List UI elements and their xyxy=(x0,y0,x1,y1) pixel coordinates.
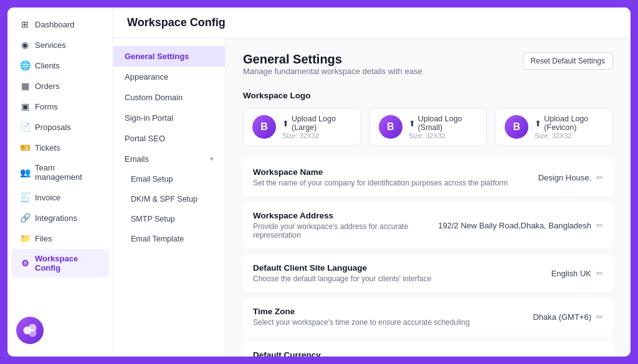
edit-icon-default-currency[interactable]: ✏ xyxy=(596,356,603,357)
row-title-default-language: Default Client Site Language xyxy=(253,263,551,273)
sidebar-label-team-management: Team management xyxy=(35,163,100,182)
row-left-default-language: Default Client Site Language Choose the … xyxy=(253,263,551,283)
logo-avatar-favicon: B xyxy=(505,115,528,139)
upload-logo-small-card[interactable]: B ⬆ Upload Logo (Small) Size: 32X32 xyxy=(369,108,487,146)
row-desc-default-language: Choose the default language for your cli… xyxy=(253,274,551,283)
reset-default-settings-button[interactable]: Reset Default Settings xyxy=(523,52,613,70)
logo-large-label: ⬆ Upload Logo (Large) xyxy=(282,114,351,132)
sec-sidebar-item-email-setup[interactable]: Email Setup xyxy=(113,169,225,189)
sidebar-item-tickets[interactable]: 🎫 Tickets xyxy=(11,138,109,157)
row-value-workspace-address: 192/2 New Baily Road,Dhaka, Bangladesh xyxy=(438,221,591,230)
edit-icon-workspace-address[interactable]: ✏ xyxy=(596,221,603,230)
logo-large-info: ⬆ Upload Logo (Large) Size: 32X32 xyxy=(282,114,351,139)
content-area: General SettingsAppearanceCustom DomainS… xyxy=(113,39,631,357)
sidebar-item-proposals[interactable]: 📄 Proposals xyxy=(11,117,109,137)
settings-title: General Settings xyxy=(243,52,422,67)
sidebar-icon-clients: 🌐 xyxy=(20,60,30,70)
sec-sidebar-item-smtp-setup[interactable]: SMTP Setup xyxy=(113,209,225,229)
sidebar-icon-tickets: 🎫 xyxy=(20,142,30,152)
sidebar-item-integrations[interactable]: 🔗 Integrations xyxy=(11,208,109,228)
sidebar-label-integrations: Integrations xyxy=(35,213,77,223)
primary-sidebar: ⊞ Dashboard ◉ Services 🌐 Clients ▦ Order… xyxy=(7,7,113,357)
settings-row-workspace-address: Workspace Address Provide your workspace… xyxy=(243,202,613,248)
row-desc-workspace-name: Set the name of your company for identif… xyxy=(253,179,538,187)
settings-row-default-language: Default Client Site Language Choose the … xyxy=(243,254,613,292)
svg-point-2 xyxy=(29,329,37,337)
row-title-default-currency: Default Currency xyxy=(253,350,574,357)
row-left-workspace-name: Workspace Name Set the name of your comp… xyxy=(253,167,538,187)
sec-sidebar-item-portal-seo[interactable]: Portal SEO xyxy=(113,128,225,149)
sidebar-item-team-management[interactable]: 👥 Team management xyxy=(11,158,109,187)
sidebar-item-dashboard[interactable]: ⊞ Dashboard xyxy=(11,14,109,34)
row-value-area-time-zone: Dhaka (GMT+6) ✏ xyxy=(533,312,603,322)
sidebar-label-clients: Clients xyxy=(35,61,60,70)
upload-logo-favicon-card[interactable]: B ⬆ Upload Logo (Fevicon) Size: 32X32 xyxy=(495,108,613,146)
sidebar-icon-workspace-config: ⚙ xyxy=(20,258,30,268)
settings-header: General Settings Manage fundamental work… xyxy=(243,52,613,87)
sec-sidebar-item-custom-domain[interactable]: Custom Domain xyxy=(113,87,225,108)
row-value-area-default-language: English UK ✏ xyxy=(551,269,603,278)
logo-favicon-label: ⬆ Upload Logo (Fevicon) xyxy=(535,114,604,132)
sidebar-label-services: Services xyxy=(35,40,66,50)
sidebar-label-tickets: Tickets xyxy=(35,143,60,152)
chevron-icon: ▾ xyxy=(210,155,214,163)
page-header: Workspace Config xyxy=(113,7,631,39)
upload-icon-small: ⬆ xyxy=(409,119,416,128)
secondary-sidebar: General SettingsAppearanceCustom DomainS… xyxy=(113,39,226,357)
sidebar-icon-invoice: 🧾 xyxy=(20,192,30,202)
sidebar-icon-services: ◉ xyxy=(20,40,30,50)
logo-small-info: ⬆ Upload Logo (Small) Size: 32X32 xyxy=(409,114,478,139)
settings-row-default-currency: Default Currency Specify the default cur… xyxy=(243,342,613,357)
logo-small-size: Size: 32X32 xyxy=(409,132,478,139)
settings-subtitle: Manage fundamental workspace details wit… xyxy=(243,67,422,76)
sec-sidebar-item-dkim-spf-setup[interactable]: DKIM & SPF Setup xyxy=(113,189,225,209)
sidebar-label-dashboard: Dashboard xyxy=(35,20,75,29)
sidebar-icon-dashboard: ⊞ xyxy=(20,19,30,29)
page-title: Workspace Config xyxy=(127,16,226,29)
row-value-area-workspace-address: 192/2 New Baily Road,Dhaka, Bangladesh ✏ xyxy=(438,221,603,230)
row-value-default-language: English UK xyxy=(551,269,591,278)
settings-row-workspace-name: Workspace Name Set the name of your comp… xyxy=(243,159,613,196)
edit-icon-time-zone[interactable]: ✏ xyxy=(596,312,603,322)
row-value-area-workspace-name: Design House. ✏ xyxy=(538,173,603,182)
row-desc-workspace-address: Provide your workspace's address for acc… xyxy=(253,222,438,240)
row-title-workspace-name: Workspace Name xyxy=(253,167,538,177)
sidebar-icon-team-management: 👥 xyxy=(20,167,30,177)
sidebar-item-clients[interactable]: 🌐 Clients xyxy=(11,55,109,75)
row-left-time-zone: Time Zone Select your workspace's time z… xyxy=(253,307,533,327)
row-value-area-default-currency: USD ✏ xyxy=(574,356,603,357)
settings-panel: General Settings Manage fundamental work… xyxy=(226,39,631,357)
row-title-time-zone: Time Zone xyxy=(253,307,533,316)
sidebar-item-invoice[interactable]: 🧾 Invoice xyxy=(11,187,109,207)
edit-icon-default-language[interactable]: ✏ xyxy=(596,269,603,278)
sec-sidebar-item-general-settings[interactable]: General Settings xyxy=(113,46,225,67)
sidebar-item-services[interactable]: ◉ Services xyxy=(11,35,109,55)
sidebar-bottom xyxy=(7,310,113,350)
sidebar-label-orders: Orders xyxy=(35,82,60,91)
sidebar-item-orders[interactable]: ▦ Orders xyxy=(11,76,109,96)
sec-sidebar-item-appearance[interactable]: Appearance xyxy=(113,67,225,87)
sidebar-item-files[interactable]: 📁 Files xyxy=(11,228,109,248)
sidebar-label-forms: Forms xyxy=(35,102,58,111)
row-left-default-currency: Default Currency Specify the default cur… xyxy=(253,350,574,357)
logo-small-label: ⬆ Upload Logo (Small) xyxy=(409,114,478,132)
upload-logo-large-card[interactable]: B ⬆ Upload Logo (Large) Size: 32X32 xyxy=(243,108,361,146)
app-container: ⊞ Dashboard ◉ Services 🌐 Clients ▦ Order… xyxy=(7,7,631,357)
upload-icon-favicon: ⬆ xyxy=(535,119,541,128)
brand-logo xyxy=(16,317,44,344)
sidebar-label-proposals: Proposals xyxy=(35,123,71,132)
sidebar-icon-files: 📁 xyxy=(20,233,30,243)
sec-sidebar-item-sign-in-portal[interactable]: Sign-in Portal xyxy=(113,108,225,128)
sidebar-icon-integrations: 🔗 xyxy=(20,213,30,223)
row-value-time-zone: Dhaka (GMT+6) xyxy=(533,312,591,322)
sidebar-item-forms[interactable]: ▣ Forms xyxy=(11,96,109,116)
sidebar-icon-proposals: 📄 xyxy=(20,122,30,132)
row-desc-time-zone: Select your workspace's time zone to ens… xyxy=(253,318,533,327)
sec-sidebar-item-email-template[interactable]: Email Template xyxy=(113,229,225,249)
row-value-workspace-name: Design House. xyxy=(538,173,591,182)
sec-sidebar-item-emails[interactable]: Emails▾ xyxy=(113,149,225,169)
settings-rows: Workspace Name Set the name of your comp… xyxy=(243,159,613,357)
sidebar-label-files: Files xyxy=(35,234,52,243)
edit-icon-workspace-name[interactable]: ✏ xyxy=(596,173,603,182)
sidebar-item-workspace-config[interactable]: ⚙ Workspace Config xyxy=(11,249,109,278)
